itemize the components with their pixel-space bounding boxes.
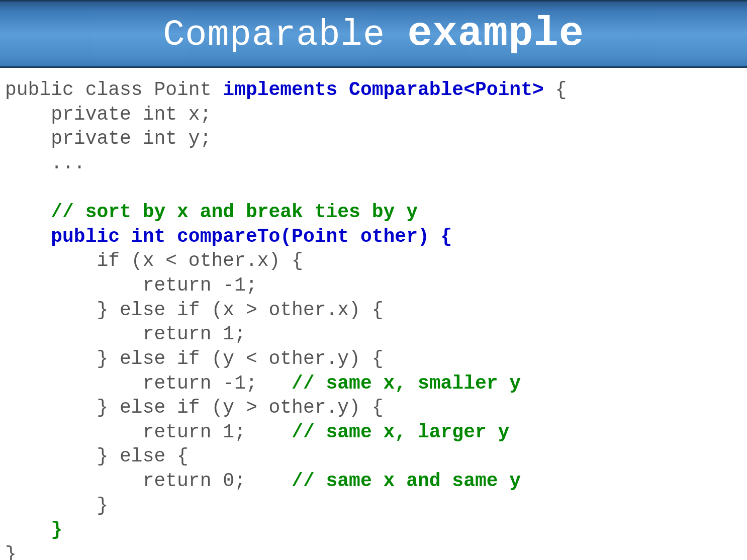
code-line-3: private int y; — [5, 128, 211, 149]
code-line-4: ... — [5, 152, 85, 174]
slide-title: Comparable example — [163, 11, 584, 57]
code-line-16: } else { — [5, 445, 189, 467]
code-line-14: } else if (y > other.y) { — [5, 397, 384, 418]
code-line-2: private int x; — [5, 104, 211, 125]
title-part1: Comparable — [163, 15, 407, 56]
code-line-7: public int compareTo(Point other) { — [5, 226, 452, 247]
code-line-15a: return 1; — [5, 421, 292, 443]
code-line-11: return 1; — [5, 323, 246, 345]
title-part2: example — [407, 11, 584, 57]
code-line-1b: implements Comparable<Point> — [223, 79, 544, 101]
slide-title-bar: Comparable example — [0, 0, 747, 68]
code-line-8: if (x < other.x) { — [5, 250, 303, 271]
code-line-9: return -1; — [5, 274, 257, 296]
code-line-10: } else if (x > other.x) { — [5, 299, 384, 321]
code-line-6: // sort by x and break ties by y — [5, 201, 418, 223]
code-line-19: } — [5, 519, 62, 540]
code-line-1a: public class Point — [5, 79, 223, 101]
code-line-12: } else if (y < other.y) { — [5, 348, 384, 369]
code-line-1c: { — [544, 79, 567, 101]
code-line-13b: // same x, smaller y — [292, 372, 521, 394]
code-line-13a: return -1; — [5, 372, 292, 394]
code-line-15b: // same x, larger y — [292, 421, 509, 443]
code-line-17b: // same x and same y — [292, 470, 521, 492]
code-line-20: } — [5, 543, 17, 560]
code-line-18: } — [5, 495, 108, 516]
code-line-17a: return 0; — [5, 470, 292, 492]
code-block: public class Point implements Comparable… — [0, 68, 747, 560]
